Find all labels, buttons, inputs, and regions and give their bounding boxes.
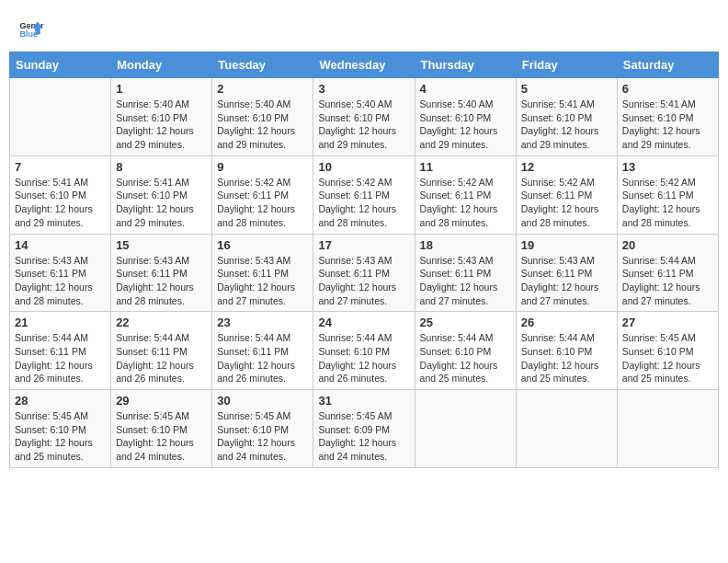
day-info: Sunrise: 5:45 AM Sunset: 6:10 PM Dayligh… (217, 409, 308, 464)
day-number: 3 (318, 82, 409, 96)
day-number: 4 (420, 82, 511, 96)
calendar-day-cell: 25Sunrise: 5:44 AM Sunset: 6:10 PM Dayli… (415, 312, 516, 390)
calendar-day-cell: 31Sunrise: 5:45 AM Sunset: 6:09 PM Dayli… (313, 390, 415, 468)
calendar-day-cell: 21Sunrise: 5:44 AM Sunset: 6:11 PM Dayli… (10, 312, 111, 390)
day-number: 30 (217, 394, 308, 408)
day-number: 24 (318, 316, 409, 329)
calendar-day-cell: 16Sunrise: 5:43 AM Sunset: 6:11 PM Dayli… (212, 234, 313, 312)
calendar-day-cell: 17Sunrise: 5:43 AM Sunset: 6:11 PM Dayli… (313, 234, 415, 312)
calendar-day-cell: 7Sunrise: 5:41 AM Sunset: 6:10 PM Daylig… (10, 155, 111, 234)
day-info: Sunrise: 5:41 AM Sunset: 6:10 PM Dayligh… (521, 98, 612, 152)
calendar-day-cell (516, 390, 617, 468)
day-number: 6 (622, 82, 713, 96)
day-number: 17 (318, 238, 409, 252)
day-number: 26 (521, 316, 612, 329)
weekday-header-cell: Sunday (10, 52, 111, 78)
day-info: Sunrise: 5:43 AM Sunset: 6:11 PM Dayligh… (420, 254, 511, 308)
day-info: Sunrise: 5:44 AM Sunset: 6:11 PM Dayligh… (217, 331, 308, 385)
day-info: Sunrise: 5:44 AM Sunset: 6:11 PM Dayligh… (622, 254, 713, 308)
day-info: Sunrise: 5:45 AM Sunset: 6:10 PM Dayligh… (116, 409, 207, 464)
calendar-week-row: 1Sunrise: 5:40 AM Sunset: 6:10 PM Daylig… (10, 78, 719, 156)
day-number: 14 (15, 238, 106, 252)
day-number: 19 (521, 238, 612, 252)
weekday-header-cell: Tuesday (212, 52, 313, 78)
weekday-header-row: SundayMondayTuesdayWednesdayThursdayFrid… (10, 52, 719, 78)
calendar-day-cell: 27Sunrise: 5:45 AM Sunset: 6:10 PM Dayli… (617, 312, 718, 390)
day-number: 8 (116, 160, 207, 174)
day-number: 2 (217, 82, 308, 96)
day-info: Sunrise: 5:40 AM Sunset: 6:10 PM Dayligh… (217, 98, 308, 152)
day-number: 25 (420, 316, 511, 329)
calendar-day-cell: 10Sunrise: 5:42 AM Sunset: 6:11 PM Dayli… (313, 155, 415, 234)
calendar-day-cell (415, 390, 516, 468)
calendar-day-cell: 23Sunrise: 5:44 AM Sunset: 6:11 PM Dayli… (212, 312, 313, 390)
header: General Blue (9, 9, 719, 46)
calendar-day-cell: 6Sunrise: 5:41 AM Sunset: 6:10 PM Daylig… (617, 78, 718, 156)
day-info: Sunrise: 5:45 AM Sunset: 6:10 PM Dayligh… (622, 331, 713, 385)
calendar-week-row: 21Sunrise: 5:44 AM Sunset: 6:11 PM Dayli… (10, 312, 719, 390)
calendar-day-cell: 4Sunrise: 5:40 AM Sunset: 6:10 PM Daylig… (415, 78, 516, 156)
day-info: Sunrise: 5:42 AM Sunset: 6:11 PM Dayligh… (318, 176, 409, 230)
calendar-day-cell (617, 390, 718, 468)
day-info: Sunrise: 5:43 AM Sunset: 6:11 PM Dayligh… (521, 254, 612, 308)
day-info: Sunrise: 5:43 AM Sunset: 6:11 PM Dayligh… (15, 254, 106, 308)
day-info: Sunrise: 5:40 AM Sunset: 6:10 PM Dayligh… (420, 98, 511, 152)
day-number: 21 (15, 316, 106, 329)
day-info: Sunrise: 5:43 AM Sunset: 6:11 PM Dayligh… (116, 254, 207, 308)
calendar-day-cell: 18Sunrise: 5:43 AM Sunset: 6:11 PM Dayli… (415, 234, 516, 312)
calendar-body: 1Sunrise: 5:40 AM Sunset: 6:10 PM Daylig… (10, 78, 719, 468)
day-info: Sunrise: 5:44 AM Sunset: 6:11 PM Dayligh… (15, 331, 106, 385)
day-number: 10 (318, 160, 409, 174)
day-number: 18 (420, 238, 511, 252)
calendar-day-cell: 22Sunrise: 5:44 AM Sunset: 6:11 PM Dayli… (111, 312, 212, 390)
day-number: 15 (116, 238, 207, 252)
day-info: Sunrise: 5:43 AM Sunset: 6:11 PM Dayligh… (217, 254, 308, 308)
day-number: 16 (217, 238, 308, 252)
weekday-header-cell: Friday (516, 52, 617, 78)
calendar-day-cell: 30Sunrise: 5:45 AM Sunset: 6:10 PM Dayli… (212, 390, 313, 468)
calendar-day-cell: 2Sunrise: 5:40 AM Sunset: 6:10 PM Daylig… (212, 78, 313, 156)
day-number: 22 (116, 316, 207, 329)
logo-icon: General Blue (18, 17, 44, 42)
weekday-header-cell: Monday (111, 52, 212, 78)
day-info: Sunrise: 5:43 AM Sunset: 6:11 PM Dayligh… (318, 254, 409, 308)
day-number: 1 (116, 82, 207, 96)
day-info: Sunrise: 5:45 AM Sunset: 6:09 PM Dayligh… (318, 409, 409, 464)
day-info: Sunrise: 5:41 AM Sunset: 6:10 PM Dayligh… (622, 98, 713, 152)
day-info: Sunrise: 5:45 AM Sunset: 6:10 PM Dayligh… (15, 409, 106, 464)
calendar-day-cell: 9Sunrise: 5:42 AM Sunset: 6:11 PM Daylig… (212, 155, 313, 234)
day-number: 12 (521, 160, 612, 174)
calendar-day-cell: 15Sunrise: 5:43 AM Sunset: 6:11 PM Dayli… (111, 234, 212, 312)
calendar-day-cell: 12Sunrise: 5:42 AM Sunset: 6:11 PM Dayli… (516, 155, 617, 234)
calendar-day-cell (10, 78, 111, 156)
day-number: 20 (622, 238, 713, 252)
day-info: Sunrise: 5:44 AM Sunset: 6:10 PM Dayligh… (521, 331, 612, 385)
day-info: Sunrise: 5:42 AM Sunset: 6:11 PM Dayligh… (622, 176, 713, 230)
day-number: 31 (318, 394, 409, 408)
day-number: 13 (622, 160, 713, 174)
calendar-day-cell: 3Sunrise: 5:40 AM Sunset: 6:10 PM Daylig… (313, 78, 415, 156)
weekday-header-cell: Wednesday (313, 52, 415, 78)
calendar-week-row: 14Sunrise: 5:43 AM Sunset: 6:11 PM Dayli… (10, 234, 719, 312)
day-info: Sunrise: 5:42 AM Sunset: 6:11 PM Dayligh… (521, 176, 612, 230)
calendar-week-row: 28Sunrise: 5:45 AM Sunset: 6:10 PM Dayli… (10, 390, 719, 468)
day-number: 23 (217, 316, 308, 329)
day-info: Sunrise: 5:42 AM Sunset: 6:11 PM Dayligh… (420, 176, 511, 230)
calendar-day-cell: 11Sunrise: 5:42 AM Sunset: 6:11 PM Dayli… (415, 155, 516, 234)
day-info: Sunrise: 5:44 AM Sunset: 6:10 PM Dayligh… (420, 331, 511, 385)
calendar-day-cell: 1Sunrise: 5:40 AM Sunset: 6:10 PM Daylig… (111, 78, 212, 156)
logo: General Blue (18, 17, 44, 42)
calendar-day-cell: 24Sunrise: 5:44 AM Sunset: 6:10 PM Dayli… (313, 312, 415, 390)
calendar-day-cell: 29Sunrise: 5:45 AM Sunset: 6:10 PM Dayli… (111, 390, 212, 468)
calendar-day-cell: 20Sunrise: 5:44 AM Sunset: 6:11 PM Dayli… (617, 234, 718, 312)
svg-text:Blue: Blue (19, 29, 38, 39)
day-info: Sunrise: 5:41 AM Sunset: 6:10 PM Dayligh… (15, 176, 106, 230)
day-info: Sunrise: 5:42 AM Sunset: 6:11 PM Dayligh… (217, 176, 308, 230)
calendar-day-cell: 19Sunrise: 5:43 AM Sunset: 6:11 PM Dayli… (516, 234, 617, 312)
calendar-day-cell: 14Sunrise: 5:43 AM Sunset: 6:11 PM Dayli… (10, 234, 111, 312)
day-number: 29 (116, 394, 207, 408)
calendar-day-cell: 28Sunrise: 5:45 AM Sunset: 6:10 PM Dayli… (10, 390, 111, 468)
calendar-table: SundayMondayTuesdayWednesdayThursdayFrid… (9, 52, 719, 468)
day-number: 9 (217, 160, 308, 174)
calendar-day-cell: 5Sunrise: 5:41 AM Sunset: 6:10 PM Daylig… (516, 78, 617, 156)
